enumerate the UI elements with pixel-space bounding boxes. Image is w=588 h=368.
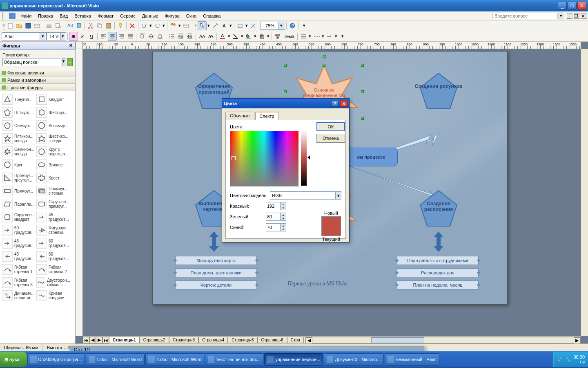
luminance-pointer[interactable] xyxy=(307,155,310,159)
menu-handle[interactable] xyxy=(2,12,6,20)
print-button[interactable] xyxy=(45,21,53,30)
start-button[interactable]: ⊞ пуск xyxy=(0,352,27,367)
zoom-combo[interactable]: 75% ▾ xyxy=(261,22,285,30)
dialog-titlebar[interactable]: Цвета ? ✕ xyxy=(222,99,349,108)
bullets-button[interactable] xyxy=(167,32,176,41)
prev-page-button[interactable]: ◀ xyxy=(89,337,96,343)
taskbar-item[interactable]: текст на печать.doc... xyxy=(205,353,263,366)
align-left-button[interactable] xyxy=(99,32,108,41)
vertical-ruler[interactable] xyxy=(76,49,83,336)
shape-stencil-item[interactable]: 45 градусов... xyxy=(2,237,36,250)
help-search-dropdown[interactable]: ▾ xyxy=(558,12,564,20)
stencil-backgrounds[interactable]: Фоновые рисунки xyxy=(0,69,75,76)
menu-help[interactable]: Справка xyxy=(200,13,224,19)
spectrum-cursor[interactable] xyxy=(232,156,236,160)
double-arrow[interactable] xyxy=(434,231,443,252)
stencil-frames[interactable]: Рамки и заголовки xyxy=(0,76,75,84)
scroll-right-button[interactable]: ▶ xyxy=(574,337,580,344)
spin-up[interactable]: ▲ xyxy=(281,202,286,206)
spin-up[interactable]: ▲ xyxy=(281,213,286,217)
rectangle-dropdown[interactable]: ▾ xyxy=(245,21,249,30)
shapes-dropdown[interactable]: ▾ xyxy=(178,21,182,30)
shape-stencil-item[interactable]: Гибкая стрелка 2 xyxy=(36,263,70,276)
font-combo[interactable]: Arial ▾ xyxy=(2,32,47,40)
cancel-button[interactable]: Отмена xyxy=(316,134,345,143)
line-weight-button[interactable] xyxy=(299,32,308,41)
tag-shape[interactable]: План работы с сотрудниками xyxy=(397,256,479,265)
horizontal-ruler[interactable]: -150-100-5005010015020025030035040045050… xyxy=(83,42,581,49)
taskbar-item[interactable]: D:\2008\для програ... xyxy=(27,353,85,366)
menu-edit[interactable]: Правка xyxy=(35,13,56,19)
italic-button[interactable]: К xyxy=(78,32,87,41)
luminance-slider[interactable] xyxy=(301,130,307,186)
tag-shape[interactable]: Маршрутная карта xyxy=(175,256,257,265)
maximize-button[interactable]: □ xyxy=(568,2,577,10)
taskbar-item[interactable]: Безымянный - Paint xyxy=(385,353,440,366)
spin-down[interactable]: ▼ xyxy=(281,206,286,210)
underline-button[interactable]: Ч xyxy=(87,32,96,41)
shape-stencil-item[interactable]: Гибкая стрелка 1 xyxy=(2,263,36,276)
menu-shape[interactable]: Фигура xyxy=(162,13,183,19)
shape-stencil-item[interactable]: Круг с перетаск... xyxy=(36,145,70,158)
line-color-button[interactable] xyxy=(231,32,240,41)
green-input[interactable] xyxy=(266,213,280,220)
decrease-indent-button[interactable] xyxy=(176,32,185,41)
shape-stencil-item[interactable]: Восьмиу... xyxy=(36,119,70,132)
horizontal-scrollbar[interactable]: ◀ ▶ xyxy=(305,337,581,343)
shape-stencil-item[interactable]: Пятиуго... xyxy=(2,106,36,119)
text-dropdown[interactable]: ▾ xyxy=(229,21,233,30)
cut-button[interactable] xyxy=(86,21,95,30)
toolbar-options[interactable]: ▾ xyxy=(300,21,309,30)
tag-shape[interactable]: Распорядок дня xyxy=(397,268,479,277)
last-page-button[interactable]: ⏭ xyxy=(102,337,109,343)
line-color-dropdown[interactable]: ▾ xyxy=(240,32,244,41)
menu-insert[interactable]: Вставка xyxy=(71,13,94,19)
menu-view[interactable]: Вид xyxy=(56,13,71,19)
taskbar-item[interactable]: Документ3 - Microso... xyxy=(324,353,383,366)
connection-point-tool[interactable] xyxy=(249,21,258,30)
vertical-scrollbar[interactable] xyxy=(581,49,588,336)
blue-spinner[interactable]: ▲▼ xyxy=(266,223,286,231)
page-tab-1[interactable]: Страница-1 xyxy=(109,337,140,343)
scrollbar-thumb[interactable] xyxy=(371,337,424,343)
line-ends-button[interactable] xyxy=(325,32,334,41)
shape-stencil-item[interactable]: 60 градусов... xyxy=(36,250,70,263)
shape-stencil-item[interactable]: Круг xyxy=(2,158,36,171)
shape-stencil-item[interactable]: Паралле... xyxy=(2,197,36,211)
save-button[interactable] xyxy=(24,21,33,30)
spin-up[interactable]: ▲ xyxy=(281,224,286,227)
first-page-button[interactable]: ⏮ xyxy=(83,337,89,343)
shapes-panel-close[interactable]: ✕ xyxy=(69,43,73,48)
page-tab-3[interactable]: Страница-3 xyxy=(169,337,198,343)
shape-stencil-item[interactable]: Шестико... звезда xyxy=(36,132,70,145)
connector-tool[interactable] xyxy=(211,21,220,30)
bold-button[interactable]: Ж xyxy=(69,32,78,41)
tab-standard[interactable]: Обычные xyxy=(225,112,254,120)
shape-stencil-item[interactable]: Фигурная стрелка xyxy=(36,224,70,237)
page-tab-2[interactable]: Страница-2 xyxy=(140,337,169,343)
menu-data[interactable]: Данные xyxy=(139,13,162,19)
format-options[interactable]: ▾ xyxy=(338,32,347,41)
paste-button[interactable] xyxy=(104,21,113,30)
redo-button[interactable] xyxy=(153,21,162,30)
align-right-button[interactable] xyxy=(117,32,126,41)
decrease-font-button[interactable]: AA xyxy=(197,32,206,41)
visio-icon[interactable] xyxy=(9,13,16,19)
tray-clock[interactable]: 00:30 Ср xyxy=(573,355,585,364)
toolbar-handle[interactable] xyxy=(3,22,4,30)
spin-down[interactable]: ▼ xyxy=(281,227,286,231)
menu-window[interactable]: Окно xyxy=(183,13,200,19)
taskbar-item[interactable]: 2.doc - Microsoft Word xyxy=(145,353,204,366)
help-search-input[interactable] xyxy=(492,13,558,19)
selection-handle[interactable] xyxy=(284,64,287,67)
spectrum-picker[interactable] xyxy=(230,131,298,186)
dialog-help-button[interactable]: ? xyxy=(331,100,339,107)
red-input[interactable] xyxy=(266,202,280,210)
ruler-corner[interactable] xyxy=(76,42,83,49)
taskbar-item[interactable]: 1.doc - Microsoft Word xyxy=(86,353,145,366)
pointer-dropdown[interactable]: ▾ xyxy=(207,21,211,30)
increase-font-button[interactable]: AA xyxy=(206,32,215,41)
color-model-combo[interactable]: RGB ▾ xyxy=(270,191,341,200)
menu-tools[interactable]: Сервис xyxy=(117,13,139,19)
ok-button[interactable]: ОК xyxy=(316,122,345,131)
